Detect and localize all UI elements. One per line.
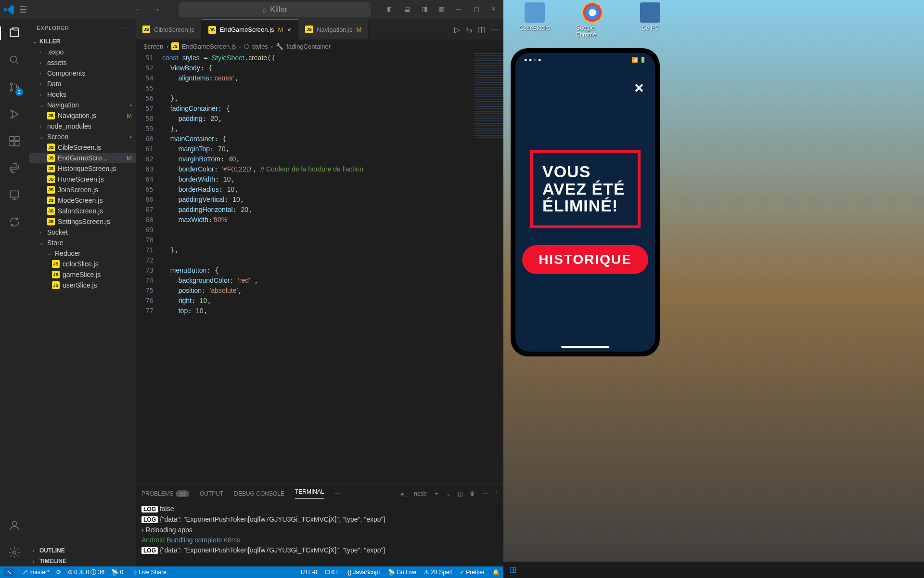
explorer-icon[interactable] (8, 26, 21, 40)
settings-icon[interactable] (8, 546, 21, 559)
split-icon[interactable]: ◫ (478, 25, 485, 34)
file-settingsscreen[interactable]: JSSettingsScreen.js (29, 216, 136, 227)
code-editor[interactable]: 51 52 54 55 56 57 58 59 60 61 62 63 64 6… (136, 53, 503, 485)
folder-assets[interactable]: ›assets (29, 57, 136, 68)
panel-more-icon[interactable]: ⋯ (482, 490, 488, 497)
more-icon[interactable]: ⋯ (491, 25, 499, 34)
sync-icon[interactable] (8, 215, 21, 229)
remote-icon[interactable] (8, 188, 21, 202)
spell[interactable]: ⚠ 28 Spell (424, 569, 452, 576)
file-userslice[interactable]: JSuserSlice.js (29, 280, 136, 290)
maximize-panel-icon[interactable]: ˄ (495, 490, 498, 497)
scm-icon[interactable]: 2 (8, 80, 21, 94)
debug-console-tab[interactable]: DEBUG CONSOLE (234, 490, 284, 497)
remote-indicator-icon[interactable]: ⤡ (4, 568, 14, 577)
extensions-icon[interactable] (8, 134, 21, 148)
folder-navigation[interactable]: ⌄Navigation (29, 100, 136, 110)
desktop-icon-codeblocks[interactable]: CodeBlocks (518, 2, 552, 38)
file-navigation[interactable]: JSNavigation.jsM (29, 110, 136, 121)
file-endgamescreen[interactable]: JSEndGameScre...M (29, 153, 136, 163)
folder-data[interactable]: ›Data (29, 79, 136, 89)
maximize-icon[interactable]: ▢ (474, 5, 482, 14)
command-center[interactable]: ⌕ Killer (179, 2, 371, 17)
phone-home-indicator[interactable] (561, 346, 609, 348)
minimap[interactable] (470, 53, 503, 485)
prettier[interactable]: ✓ Prettier (460, 569, 485, 576)
outline-section[interactable]: ›OUTLINE (29, 545, 136, 556)
layout-bottom-icon[interactable]: ⬓ (404, 5, 413, 14)
sync-icon[interactable]: ⟳ (56, 569, 61, 576)
file-joinscreen[interactable]: JSJoinScreen.js (29, 184, 136, 195)
file-ciblescreen[interactable]: JSCibleScreen.js (29, 142, 136, 153)
tab-close-icon[interactable]: × (287, 26, 291, 34)
tab-navigation[interactable]: JSNavigation.jsM (298, 19, 369, 39)
phone-close-button[interactable]: ✕ (634, 81, 644, 96)
nav-back-icon[interactable]: ← (134, 5, 143, 15)
js-icon: JS (52, 260, 60, 268)
run-icon[interactable]: ▷ (454, 25, 460, 34)
folder-node-modules[interactable]: ›node_modules (29, 121, 136, 131)
project-root[interactable]: ⌄KILLER (29, 36, 136, 47)
folder-reducer[interactable]: ⌄Reducer (29, 248, 136, 259)
desktop[interactable]: CodeBlocks Google Chrome Ce PC ● ● ○ ●📶 … (503, 0, 924, 578)
file-modescreen[interactable]: JSModeScreen.js (29, 195, 136, 206)
debug-icon[interactable] (8, 107, 21, 121)
app-menu-icon[interactable]: ☰ (19, 4, 27, 15)
notifications-icon[interactable]: 🔔 (492, 569, 500, 576)
liveshare[interactable]: 👥 Live Share (130, 569, 167, 576)
layout-right-icon[interactable]: ◨ (422, 5, 430, 14)
desktop-icon-chrome[interactable]: Google Chrome (576, 2, 609, 38)
close-icon[interactable]: ✕ (491, 5, 500, 14)
search-icon[interactable] (8, 53, 21, 67)
git-branch[interactable]: ⎇ master* (21, 569, 50, 576)
new-terminal-icon[interactable]: ＋ (434, 489, 439, 498)
file-homescreen[interactable]: JSHomeScreen.js (29, 174, 136, 184)
golive[interactable]: 📡 Go Live (388, 569, 417, 576)
phone-screen[interactable]: ● ● ○ ●📶 🔋 ✕ Vous avez été éliminé! HIST… (515, 53, 655, 352)
start-button[interactable]: ⊞ (503, 562, 523, 578)
terminal-tab[interactable]: TERMINAL (295, 488, 324, 499)
historique-button[interactable]: HISTORIQUE (522, 245, 648, 274)
terminal-output[interactable]: LOG false LOG {"data": "ExponentPushToke… (136, 502, 503, 566)
line-gutter: 51 52 54 55 56 57 58 59 60 61 62 63 64 6… (136, 53, 162, 485)
folder-store[interactable]: ⌄Store (29, 237, 136, 248)
eol[interactable]: CRLF (325, 569, 340, 576)
code-content[interactable]: const styles = StyleSheet.create({ ViewB… (162, 53, 470, 485)
svg-rect-6 (15, 142, 19, 146)
breadcrumb[interactable]: Screen› JSEndGameScreen.js› ⬡styles› 🔧fa… (136, 39, 503, 53)
account-icon[interactable] (8, 519, 21, 532)
port[interactable]: 📡 0 (111, 569, 123, 576)
nav-forward-icon[interactable]: → (152, 5, 160, 15)
tab-endgame[interactable]: JSEndGameScreen.jsM× (202, 19, 298, 39)
folder-expo[interactable]: ›.expo (29, 47, 136, 57)
terminal-dropdown-icon[interactable]: ⌄ (446, 490, 451, 497)
desktop-icon-thispc[interactable]: Ce PC (633, 2, 667, 38)
layout-left-icon[interactable]: ◧ (387, 5, 396, 14)
file-gameslice[interactable]: JSgameSlice.js (29, 269, 136, 280)
tab-cible[interactable]: JSCibleScreen.js (136, 19, 202, 39)
file-salonscreen[interactable]: JSSalonScreen.js (29, 206, 136, 216)
compare-icon[interactable]: ⇆ (466, 25, 472, 34)
folder-components[interactable]: ›Components (29, 68, 136, 79)
explorer-more-icon[interactable]: ⋯ (122, 25, 128, 31)
folder-socket[interactable]: ›Socket (29, 227, 136, 237)
panel-overflow-icon[interactable]: ⋯ (335, 490, 341, 497)
folder-hooks[interactable]: ›Hooks (29, 89, 136, 100)
minimize-icon[interactable]: ─ (456, 5, 465, 14)
timeline-section[interactable]: ›TIMELINE (29, 556, 136, 566)
terminal-shell-icon[interactable]: ▸_ (401, 490, 408, 497)
encoding[interactable]: UTF-8 (301, 569, 317, 576)
file-colorslice[interactable]: JScolorSlice.js (29, 259, 136, 269)
file-historique[interactable]: JSHistoriqueScreen.js (29, 163, 136, 174)
windows-taskbar[interactable]: ⊞ (503, 562, 924, 578)
layout-grid-icon[interactable]: ▦ (439, 5, 448, 14)
kill-terminal-icon[interactable]: 🗑 (470, 490, 475, 497)
diagnostics[interactable]: ⊘ 0 ⚠ 0 ⓘ 36 (68, 568, 104, 577)
problems-tab[interactable]: PROBLEMS36 (141, 490, 189, 497)
language-mode[interactable]: {} JavaScript (347, 569, 380, 576)
split-terminal-icon[interactable]: ◫ (458, 490, 463, 497)
js-icon: JS (47, 207, 55, 215)
python-icon[interactable] (8, 161, 21, 175)
output-tab[interactable]: OUTPUT (200, 490, 223, 497)
folder-screen[interactable]: ⌄Screen (29, 131, 136, 142)
